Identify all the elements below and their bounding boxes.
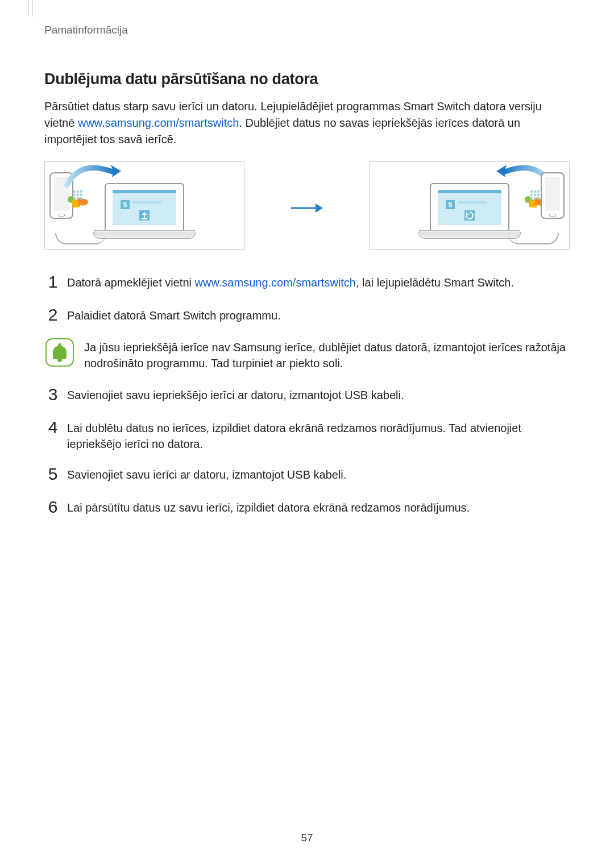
note-text: Ja jūsu iepriekšējā ierīce nav Samsung i… [84, 338, 570, 371]
note-bell-icon [45, 338, 74, 367]
illustration-backup: S [44, 161, 244, 250]
step-1-text-b: , lai lejupielādētu Smart Switch. [356, 276, 514, 289]
step-4: Lai dublētu datus no ierīces, izpildiet … [44, 418, 570, 452]
upload-icon [139, 210, 150, 221]
step-1-text-a: Datorā apmeklējiet vietni [67, 276, 195, 289]
apps-grid-icon [73, 190, 85, 202]
note-callout: Ja jūsu iepriekšējā ierīce nav Samsung i… [44, 338, 570, 371]
section-title: Dublējuma datu pārsūtīšana no datora [44, 70, 570, 88]
page-tab-marker [28, 0, 32, 17]
smartswitch-link[interactable]: www.samsung.com/smartswitch [78, 117, 239, 129]
restore-icon [464, 210, 475, 221]
step-2: Palaidiet datorā Smart Switch programmu. [44, 305, 570, 326]
document-page: Pamatinformācija Dublējuma datu pārsūtīš… [0, 0, 614, 868]
usb-cable-icon [55, 233, 106, 244]
new-phone-icon [541, 172, 565, 219]
svg-rect-0 [142, 218, 147, 219]
illustration-row: S [44, 161, 570, 250]
illustration-restore: S [370, 161, 570, 250]
smartswitch-link[interactable]: www.samsung.com/smartswitch [195, 276, 356, 289]
steps-list: Datorā apmeklējiet vietni www.samsung.co… [44, 272, 570, 326]
step-5: Savienojiet savu ierīci ar datoru, izman… [44, 464, 570, 485]
step-3: Savienojiet savu iepriekšējo ierīci ar d… [44, 385, 570, 405]
intro-paragraph: Pārsūtiet datus starp savu ierīci un dat… [44, 98, 570, 148]
laptop-icon: S [93, 183, 196, 239]
step-1: Datorā apmeklējiet vietni www.samsung.co… [44, 272, 570, 293]
right-arrow-icon [290, 202, 324, 209]
usb-cable-icon [508, 233, 559, 244]
step-6: Lai pārsūtītu datus uz savu ierīci, izpi… [44, 497, 570, 518]
page-number: 57 [0, 832, 614, 844]
running-header: Pamatinformācija [44, 24, 570, 36]
steps-list-continued: Savienojiet savu iepriekšējo ierīci ar d… [44, 385, 570, 518]
apps-grid-icon [530, 190, 542, 202]
